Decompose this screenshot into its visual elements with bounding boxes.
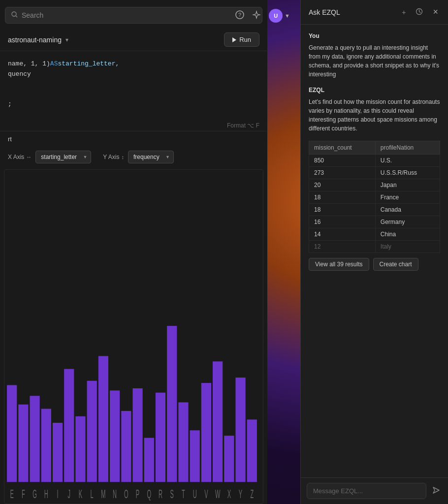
close-panel-button[interactable]: × <box>431 6 440 18</box>
view-all-button[interactable]: View all 39 results <box>309 258 369 271</box>
y-axis-select[interactable]: frequency <box>128 151 174 163</box>
message-input[interactable] <box>307 483 426 499</box>
svg-rect-14 <box>121 411 131 482</box>
search-bar[interactable]: Search <box>5 7 262 24</box>
chart-section-header: rt <box>0 131 267 147</box>
svg-rect-16 <box>144 438 154 482</box>
svg-text:E: E <box>10 487 13 501</box>
y-axis-select-wrapper: frequency <box>128 151 174 163</box>
help-button[interactable]: ? <box>235 10 244 21</box>
svg-rect-17 <box>156 393 165 482</box>
cell-profile-nation: Japan <box>375 179 440 191</box>
x-axis-group: X Axis starting_letter <box>8 151 91 163</box>
svg-text:Y: Y <box>239 487 243 501</box>
svg-text:N: N <box>113 487 117 501</box>
x-axis-select-wrapper: starting_letter <box>35 151 91 163</box>
message-input-area <box>301 477 448 504</box>
ezql-panel-title: Ask EZQL <box>309 8 340 16</box>
axis-controls: X Axis starting_letter Y Axis frequency <box>0 147 267 169</box>
svg-rect-20 <box>190 430 200 482</box>
svg-rect-19 <box>178 402 188 482</box>
x-axis-select[interactable]: starting_letter <box>35 151 91 163</box>
main-editor-panel: Search astronaut-naming ▾ Run name, 1, 1… <box>0 0 267 504</box>
search-icon <box>11 11 18 19</box>
svg-text:P: P <box>136 487 139 501</box>
send-button[interactable] <box>430 484 442 498</box>
results-table: mission_count profileNation 850U.S.273U.… <box>309 141 440 253</box>
x-axis-label: X Axis <box>8 154 32 160</box>
run-button[interactable]: Run <box>224 32 259 47</box>
code-line-3: ; <box>8 99 259 110</box>
svg-text:X: X <box>227 487 231 501</box>
svg-text:O: O <box>124 487 128 501</box>
svg-rect-18 <box>167 326 177 482</box>
ezql-message-text: Let's find out how the mission count for… <box>309 97 440 133</box>
svg-rect-24 <box>235 378 245 482</box>
sparkle-button[interactable] <box>252 10 261 21</box>
ezql-message: EZQL Let's find out how the mission coun… <box>309 87 440 271</box>
avatar[interactable]: U <box>269 9 283 23</box>
cell-mission-count: 12 <box>309 241 376 253</box>
cell-mission-count: 14 <box>309 228 376 241</box>
cell-mission-count: 16 <box>309 216 376 228</box>
svg-rect-9 <box>64 369 74 482</box>
svg-rect-12 <box>98 356 108 482</box>
create-chart-button[interactable]: Create chart <box>373 258 418 271</box>
svg-rect-4 <box>7 385 17 482</box>
svg-text:I: I <box>57 487 58 501</box>
add-conversation-button[interactable]: + <box>400 7 408 17</box>
svg-text:?: ? <box>238 12 241 18</box>
top-header-actions: ? U ▼ <box>227 0 298 32</box>
y-axis-label: Y Axis <box>103 154 124 160</box>
svg-rect-6 <box>30 396 39 482</box>
user-message: You Generate a query to pull an interest… <box>309 32 440 79</box>
svg-text:W: W <box>215 487 221 501</box>
cell-mission-count: 850 <box>309 155 376 167</box>
ezql-header-actions: + × <box>400 6 440 18</box>
cell-mission-count: 18 <box>309 191 376 204</box>
svg-text:K: K <box>79 487 83 501</box>
table-row: 20Japan <box>309 179 440 191</box>
cell-profile-nation: Canada <box>375 204 440 216</box>
svg-text:L: L <box>91 487 94 501</box>
svg-line-3 <box>16 16 17 17</box>
svg-text:M: M <box>101 487 105 501</box>
svg-rect-7 <box>41 409 51 482</box>
svg-rect-15 <box>132 388 142 482</box>
cell-profile-nation: Italy <box>375 241 440 253</box>
cell-profile-nation: U.S.S.R/Russ <box>375 167 440 179</box>
db-name: astronaut-naming <box>8 36 62 44</box>
table-row: 18Canada <box>309 204 440 216</box>
play-icon <box>232 37 236 42</box>
chart-title: rt <box>8 135 12 143</box>
history-button[interactable] <box>414 7 425 18</box>
svg-point-2 <box>12 12 16 16</box>
y-axis-icon <box>122 154 125 160</box>
svg-text:U: U <box>193 487 197 501</box>
svg-rect-8 <box>53 423 63 482</box>
format-label: Format ⌥ F <box>227 122 259 129</box>
chart-area: E F G H I J K L M N O P Q R S T U V W X … <box>4 169 263 504</box>
svg-text:F: F <box>22 487 25 501</box>
x-axis-icon <box>26 154 32 160</box>
ezql-sender-label: EZQL <box>309 87 440 94</box>
code-line-1: name, 1, 1) AS starting_letter, <box>8 59 259 69</box>
code-editor[interactable]: name, 1, 1) AS starting_letter, quency ; <box>0 51 267 120</box>
cell-mission-count: 20 <box>309 179 376 191</box>
svg-rect-5 <box>18 405 28 482</box>
avatar-dropdown-icon[interactable]: ▼ <box>285 13 290 19</box>
search-input-label: Search <box>22 11 43 19</box>
table-row: 850U.S. <box>309 155 440 167</box>
cell-mission-count: 273 <box>309 167 376 179</box>
svg-rect-23 <box>224 436 234 482</box>
col-header-mission-count: mission_count <box>309 141 376 155</box>
svg-text:S: S <box>170 487 174 501</box>
svg-rect-11 <box>87 381 97 482</box>
cell-mission-count: 18 <box>309 204 376 216</box>
cell-profile-nation: France <box>375 191 440 204</box>
results-table-container: mission_count profileNation 850U.S.273U.… <box>309 137 440 271</box>
chevron-down-icon: ▾ <box>65 36 68 43</box>
db-selector[interactable]: astronaut-naming ▾ <box>8 36 68 44</box>
table-row: 273U.S.S.R/Russ <box>309 167 440 179</box>
svg-text:Z: Z <box>250 487 254 501</box>
